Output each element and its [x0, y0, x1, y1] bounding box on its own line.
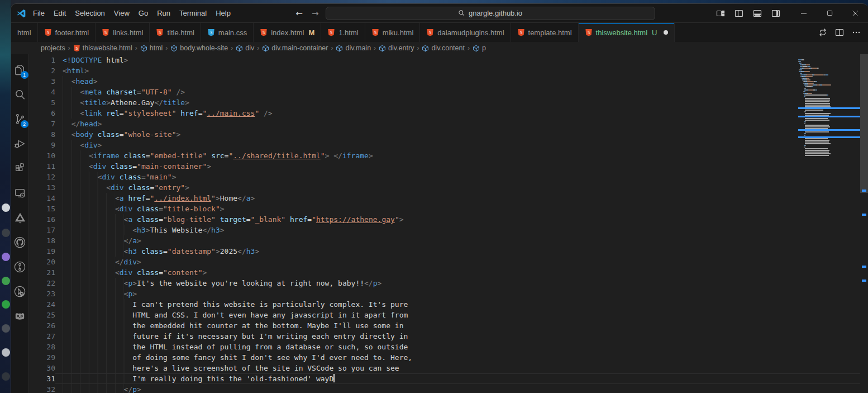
- code-row-30[interactable]: 30here's a live screenshot of the site i…: [29, 363, 860, 373]
- breadcrumb-item-div-main-container[interactable]: div.main-container: [261, 44, 328, 52]
- code-row-12[interactable]: 12<div class="main">: [29, 172, 860, 182]
- tab-miku.html[interactable]: 5miku.html: [365, 23, 421, 42]
- code-line[interactable]: <div class="title-block">: [55, 203, 860, 214]
- tab-footer.html[interactable]: 5footer.html: [38, 23, 96, 42]
- menu-file[interactable]: File: [28, 7, 49, 20]
- code-line[interactable]: <title>Athene.Gay</title>: [55, 97, 860, 108]
- code-line[interactable]: <a href="../index.html">Home</a>: [55, 193, 860, 203]
- activity-source-control-icon[interactable]: 2: [11, 107, 29, 131]
- activity-gitlens-icon[interactable]: [11, 254, 29, 279]
- maximize-icon[interactable]: [817, 4, 842, 23]
- tab-template.html[interactable]: 5template.html: [511, 23, 579, 42]
- menu-edit[interactable]: Edit: [49, 7, 70, 20]
- activity-godot-icon[interactable]: [11, 304, 29, 328]
- code-line[interactable]: <div>: [55, 140, 860, 150]
- code-row-14[interactable]: 14<a href="../index.html">Home</a>: [29, 193, 860, 203]
- code-row-32[interactable]: 32</p>: [29, 384, 860, 393]
- code-line[interactable]: <div class="entry">: [55, 182, 860, 193]
- tab-thiswebsite.html[interactable]: 5thiswebsite.htmlU: [579, 23, 675, 42]
- code-row-7[interactable]: 7</head>: [29, 119, 860, 129]
- activity-a-triangle-logo-icon[interactable]: [11, 205, 29, 230]
- tab-html[interactable]: html: [11, 23, 38, 42]
- code-row-17[interactable]: 17<h3>This Website</h3>: [29, 225, 860, 235]
- code-line[interactable]: <a class="blog-title" target="_blank" hr…: [55, 214, 860, 225]
- code-line[interactable]: <link rel="stylesheet" href="../main.css…: [55, 108, 860, 119]
- menu-help[interactable]: Help: [211, 7, 235, 20]
- code-line[interactable]: </head>: [55, 119, 860, 129]
- code-line[interactable]: </div>: [55, 257, 860, 267]
- code-line[interactable]: <div class="main">: [55, 172, 860, 182]
- code-row-18[interactable]: 18</a>: [29, 235, 860, 246]
- code-line[interactable]: <head>: [55, 76, 860, 87]
- nav-forward-icon[interactable]: →: [309, 8, 321, 18]
- tab-links.html[interactable]: 5links.html: [96, 23, 150, 42]
- code-line[interactable]: <h3>This Website</h3>: [55, 225, 860, 235]
- minimize-icon[interactable]: [791, 4, 817, 23]
- code-line[interactable]: <p>It's the website you're looking at ri…: [55, 278, 860, 288]
- more-actions-icon[interactable]: [850, 26, 862, 39]
- code-line[interactable]: <body class="whole-site">: [55, 129, 860, 140]
- activity-explorer-files-icon[interactable]: 1: [11, 58, 29, 82]
- code-row-15[interactable]: 15<div class="title-block">: [29, 203, 860, 214]
- breadcrumb-item-thiswebsite-html[interactable]: 5thiswebsite.html: [73, 44, 133, 52]
- code-row-4[interactable]: 4<meta charset="UTF-8" />: [29, 87, 860, 97]
- code-line[interactable]: HTML and CSS. I don't even have any java…: [55, 310, 860, 320]
- code-row-3[interactable]: 3<head>: [29, 76, 860, 87]
- breadcrumb-item-div-content[interactable]: div.content: [421, 44, 465, 52]
- activity-search-sidebar-icon[interactable]: [11, 82, 29, 107]
- code-row-25[interactable]: 25HTML and CSS. I don't even have any ja…: [29, 310, 860, 320]
- code-area[interactable]: 1<!DOCTYPE html>2<html>3<head>4<meta cha…: [29, 55, 860, 393]
- activity-remote-explorer-icon[interactable]: [11, 181, 29, 205]
- code-row-1[interactable]: 1<!DOCTYPE html>: [29, 55, 860, 65]
- code-row-27[interactable]: 27future if it's necessary but I'm writi…: [29, 331, 860, 342]
- code-line[interactable]: <meta charset="UTF-8" />: [55, 87, 860, 97]
- code-row-6[interactable]: 6<link rel="stylesheet" href="../main.cs…: [29, 108, 860, 119]
- code-line[interactable]: <html>: [55, 65, 860, 76]
- code-line[interactable]: I'm really doing this the 'old-fashioned…: [55, 373, 860, 384]
- breadcrumb-item-body-whole-site[interactable]: body.whole-site: [170, 44, 228, 52]
- split-editor-icon[interactable]: [833, 26, 846, 39]
- toggle-panel-icon[interactable]: [750, 7, 765, 20]
- menu-go[interactable]: Go: [134, 7, 152, 20]
- activity-gitlens-inspect-icon[interactable]: [11, 279, 29, 304]
- menu-view[interactable]: View: [109, 7, 134, 20]
- code-row-26[interactable]: 26the embedded hit counter at the bottom…: [29, 320, 860, 331]
- minimap[interactable]: [798, 55, 860, 190]
- breadcrumb-item-div[interactable]: div: [235, 44, 255, 52]
- menu-selection[interactable]: Selection: [70, 7, 109, 20]
- breadcrumb-item-p[interactable]: p: [472, 44, 487, 52]
- code-row-13[interactable]: 13<div class="entry">: [29, 182, 860, 193]
- tab-index.html[interactable]: 5index.htmlM: [254, 23, 321, 42]
- code-row-2[interactable]: 2<html>: [29, 65, 860, 76]
- editor[interactable]: 1<!DOCTYPE html>2<html>3<head>4<meta cha…: [29, 54, 868, 393]
- code-line[interactable]: </a>: [55, 235, 860, 246]
- activity-extensions-icon[interactable]: [11, 156, 29, 181]
- menu-terminal[interactable]: Terminal: [175, 7, 211, 20]
- unsaved-dot-icon[interactable]: [664, 30, 668, 35]
- code-row-22[interactable]: 22<p>It's the website you're looking at …: [29, 278, 860, 288]
- breadcrumb-item-projects[interactable]: projects: [40, 44, 66, 52]
- code-row-21[interactable]: 21<div class="content">: [29, 267, 860, 278]
- code-row-28[interactable]: 28the HTML instead of pulling from a dat…: [29, 342, 860, 352]
- breadcrumb-item-div-entry[interactable]: div.entry: [378, 44, 414, 52]
- customize-layout-icon[interactable]: [713, 7, 728, 20]
- tab-main.css[interactable]: 3main.css: [201, 23, 254, 42]
- breadcrumb-item-div-main[interactable]: div.main: [335, 44, 371, 52]
- toggle-secondary-sidebar-icon[interactable]: [769, 7, 783, 20]
- activity-github-icon[interactable]: [11, 230, 29, 254]
- tab-title.html[interactable]: 5title.html: [150, 23, 201, 42]
- code-line[interactable]: <h3 class="datestamp">2025</h3>: [55, 246, 860, 257]
- menu-run[interactable]: Run: [152, 7, 175, 20]
- code-line[interactable]: </p>: [55, 384, 860, 393]
- scrollbar-thumb[interactable]: [860, 54, 868, 193]
- code-row-20[interactable]: 20</div>: [29, 257, 860, 267]
- code-line[interactable]: of doing some fancy shit I don't see why…: [55, 352, 860, 363]
- code-row-11[interactable]: 11<div class="main-container">: [29, 161, 860, 172]
- code-row-19[interactable]: 19<h3 class="datestamp">2025</h3>: [29, 246, 860, 257]
- open-changes-icon[interactable]: [817, 26, 829, 39]
- code-line[interactable]: the embedded hit counter at the bottom. …: [55, 320, 860, 331]
- code-row-8[interactable]: 8<body class="whole-site">: [29, 129, 860, 140]
- code-row-5[interactable]: 5<title>Athene.Gay</title>: [29, 97, 860, 108]
- command-center-search[interactable]: gnargle.github.io: [326, 7, 655, 20]
- toggle-sidebar-icon[interactable]: [732, 7, 746, 20]
